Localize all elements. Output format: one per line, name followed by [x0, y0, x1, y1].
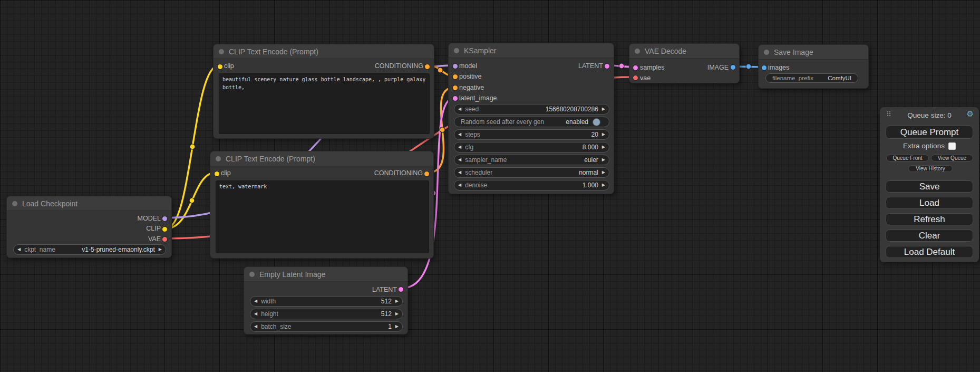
decrement-arrow-icon[interactable]: ◀ [454, 129, 465, 140]
node-title: CLIP Text Encode (Prompt) [226, 155, 315, 163]
sampler-name-widget[interactable]: ◀ sampler_name euler ▶ [454, 155, 609, 165]
samples-input-port[interactable] [633, 65, 638, 71]
collapse-dot-icon[interactable] [764, 50, 769, 55]
scheduler-widget[interactable]: ◀ scheduler normal ▶ [454, 167, 609, 178]
decrement-arrow-icon[interactable]: ◀ [454, 104, 465, 115]
node-titlebar[interactable]: CLIP Text Encode (Prompt) [210, 151, 433, 166]
latent-output-port[interactable] [604, 63, 610, 69]
decrement-arrow-icon[interactable]: ◀ [454, 142, 465, 152]
width-widget[interactable]: ◀ width 512 ▶ [250, 296, 403, 307]
input-label-model: model [459, 62, 477, 70]
graph-canvas[interactable]: Load Checkpoint MODEL CLIP VAE ◀ ckpt_na… [0, 0, 980, 372]
height-widget[interactable]: ◀ height 512 ▶ [250, 309, 403, 319]
decrement-arrow-icon[interactable]: ◀ [250, 321, 261, 332]
clip-input-port[interactable] [217, 64, 223, 70]
node-clip-text-encode-negative[interactable]: CLIP Text Encode (Prompt) clip CONDITION… [210, 151, 434, 259]
save-button[interactable]: Save [886, 180, 973, 193]
refresh-button[interactable]: Refresh [886, 213, 973, 225]
conditioning-output-port[interactable] [424, 64, 430, 70]
link-midpoint-dot [619, 63, 624, 69]
widget-label: scheduler [465, 169, 492, 176]
cfg-widget[interactable]: ◀ cfg 8.000 ▶ [454, 142, 609, 152]
collapse-dot-icon[interactable] [454, 48, 459, 53]
node-title: Empty Latent Image [259, 270, 325, 279]
node-load-checkpoint[interactable]: Load Checkpoint MODEL CLIP VAE ◀ ckpt_na… [6, 196, 172, 258]
collapse-dot-icon[interactable] [249, 272, 255, 277]
drag-handle-icon[interactable]: ⠿ [886, 110, 891, 118]
decrement-arrow-icon[interactable]: ◀ [250, 309, 261, 319]
collapse-dot-icon[interactable] [12, 201, 17, 206]
conditioning-output-port[interactable] [424, 171, 430, 177]
clip-output-port[interactable] [162, 226, 168, 232]
images-input-port[interactable] [761, 65, 767, 71]
node-titlebar[interactable]: Empty Latent Image [244, 267, 407, 282]
settings-gear-icon[interactable]: ⚙ [967, 109, 974, 119]
input-label-vae: vae [640, 74, 651, 82]
increment-arrow-icon[interactable]: ▶ [598, 142, 609, 152]
decrement-arrow-icon[interactable]: ◀ [454, 155, 465, 165]
negative-prompt-textarea[interactable]: text, watermark [216, 180, 429, 253]
latent-image-input-port[interactable] [452, 96, 458, 101]
increment-arrow-icon[interactable]: ▶ [598, 129, 609, 140]
collapse-dot-icon[interactable] [635, 49, 640, 54]
clip-input-port[interactable] [214, 171, 220, 177]
increment-arrow-icon[interactable]: ▶ [392, 309, 402, 319]
node-titlebar[interactable]: VAE Decode [629, 44, 739, 59]
steps-widget[interactable]: ◀ steps 20 ▶ [454, 129, 609, 140]
queue-front-button[interactable]: Queue Front [886, 155, 929, 161]
filename-prefix-widget[interactable]: filename_prefix ComfyUI [765, 73, 858, 83]
decrement-arrow-icon[interactable]: ◀ [454, 180, 465, 190]
node-clip-text-encode-positive[interactable]: CLIP Text Encode (Prompt) clip CONDITION… [213, 44, 434, 139]
collapse-dot-icon[interactable] [219, 49, 224, 54]
increment-arrow-icon[interactable]: ▶ [598, 155, 609, 165]
toggle-knob-icon[interactable] [593, 118, 600, 126]
node-titlebar[interactable]: KSampler [449, 43, 614, 58]
decrement-arrow-icon[interactable]: ◀ [454, 167, 465, 178]
input-label-samples: samples [640, 64, 665, 71]
node-empty-latent-image[interactable]: Empty Latent Image LATENT ◀ width 512 ▶ … [244, 266, 408, 335]
load-button[interactable]: Load [886, 197, 973, 209]
image-output-port[interactable] [730, 64, 736, 70]
ckpt-name-widget[interactable]: ◀ ckpt_name v1-5-pruned-emaonly.ckpt ▶ [13, 244, 166, 255]
positive-input-port[interactable] [452, 74, 458, 80]
node-vae-decode[interactable]: VAE Decode samples IMAGE vae [629, 43, 740, 83]
output-label-clip: CLIP [146, 225, 161, 232]
batch-size-widget[interactable]: ◀ batch_size 1 ▶ [250, 321, 403, 332]
seed-widget[interactable]: ◀ seed 156680208700286 ▶ [454, 104, 609, 115]
input-label-images: images [768, 64, 789, 71]
positive-prompt-textarea[interactable]: beautiful scenery nature glass bottle la… [219, 73, 430, 134]
node-save-image[interactable]: Save Image images filename_prefix ComfyU… [758, 44, 869, 89]
increment-arrow-icon[interactable]: ▶ [392, 296, 402, 307]
negative-input-port[interactable] [452, 85, 458, 91]
collapse-dot-icon[interactable] [216, 156, 221, 161]
vae-input-port[interactable] [633, 75, 638, 81]
output-label-vae: VAE [148, 235, 161, 243]
increment-arrow-icon[interactable]: ▶ [598, 180, 609, 190]
model-input-port[interactable] [452, 63, 458, 69]
random-seed-toggle-widget[interactable]: Random seed after every gen enabled [454, 117, 609, 127]
load-default-button[interactable]: Load Default [886, 246, 973, 258]
view-queue-button[interactable]: View Queue [931, 155, 973, 161]
clear-button[interactable]: Clear [886, 230, 973, 242]
node-titlebar[interactable]: CLIP Text Encode (Prompt) [214, 44, 434, 59]
increment-arrow-icon[interactable]: ▶ [155, 244, 166, 255]
decrement-arrow-icon[interactable]: ◀ [14, 244, 24, 255]
increment-arrow-icon[interactable]: ▶ [598, 104, 609, 115]
widget-label: batch_size [261, 323, 291, 330]
model-output-port[interactable] [162, 216, 168, 222]
node-titlebar[interactable]: Load Checkpoint [7, 196, 171, 211]
increment-arrow-icon[interactable]: ▶ [392, 321, 402, 332]
output-label-model: MODEL [138, 215, 161, 222]
widget-label: ckpt_name [24, 246, 55, 253]
view-history-button[interactable]: View History [908, 165, 953, 172]
queue-prompt-button[interactable]: Queue Prompt [886, 126, 973, 139]
extra-options-checkbox[interactable] [948, 142, 956, 150]
latent-output-port[interactable] [398, 287, 404, 292]
widget-label: sampler_name [465, 156, 507, 164]
denoise-widget[interactable]: ◀ denoise 1.000 ▶ [454, 180, 609, 190]
decrement-arrow-icon[interactable]: ◀ [250, 296, 261, 307]
vae-output-port[interactable] [162, 236, 168, 242]
node-ksampler[interactable]: KSampler model LATENT positive negative … [448, 43, 614, 194]
node-titlebar[interactable]: Save Image [759, 45, 868, 60]
increment-arrow-icon[interactable]: ▶ [598, 167, 609, 178]
